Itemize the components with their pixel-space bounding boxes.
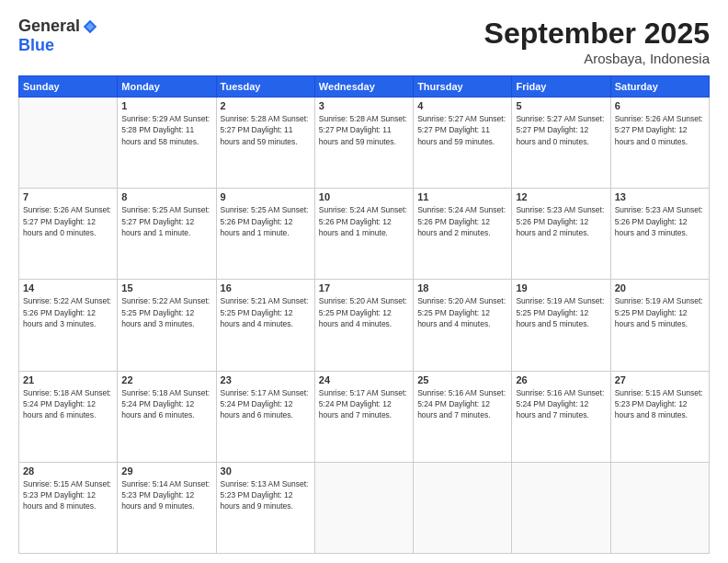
day-cell: 29Sunrise: 5:14 AM Sunset: 5:23 PM Dayli… <box>118 462 216 553</box>
day-info: Sunrise: 5:27 AM Sunset: 5:27 PM Dayligh… <box>516 113 606 147</box>
day-info: Sunrise: 5:18 AM Sunset: 5:24 PM Dayligh… <box>121 387 211 421</box>
day-number: 25 <box>417 374 507 385</box>
day-info: Sunrise: 5:16 AM Sunset: 5:24 PM Dayligh… <box>516 387 606 421</box>
day-number: 17 <box>319 282 409 293</box>
day-number: 7 <box>23 191 113 202</box>
day-cell: 2Sunrise: 5:28 AM Sunset: 5:27 PM Daylig… <box>216 98 314 189</box>
day-info: Sunrise: 5:24 AM Sunset: 5:26 PM Dayligh… <box>417 204 507 238</box>
day-info: Sunrise: 5:25 AM Sunset: 5:27 PM Dayligh… <box>121 204 211 238</box>
day-cell: 26Sunrise: 5:16 AM Sunset: 5:24 PM Dayli… <box>512 371 610 462</box>
day-number: 2 <box>221 100 311 111</box>
day-cell: 8Sunrise: 5:25 AM Sunset: 5:27 PM Daylig… <box>118 189 216 280</box>
day-cell <box>512 462 610 553</box>
day-info: Sunrise: 5:27 AM Sunset: 5:27 PM Dayligh… <box>417 113 507 147</box>
day-cell: 4Sunrise: 5:27 AM Sunset: 5:27 PM Daylig… <box>414 98 512 189</box>
day-info: Sunrise: 5:19 AM Sunset: 5:25 PM Dayligh… <box>615 295 705 329</box>
day-number: 21 <box>23 374 113 385</box>
day-number: 13 <box>615 191 705 202</box>
day-number: 11 <box>417 191 507 202</box>
day-info: Sunrise: 5:23 AM Sunset: 5:26 PM Dayligh… <box>516 204 606 238</box>
day-cell: 13Sunrise: 5:23 AM Sunset: 5:26 PM Dayli… <box>610 189 709 280</box>
logo-icon <box>82 18 98 35</box>
header-wednesday: Wednesday <box>314 76 413 98</box>
week-row-4: 21Sunrise: 5:18 AM Sunset: 5:24 PM Dayli… <box>19 371 710 462</box>
day-cell: 16Sunrise: 5:21 AM Sunset: 5:25 PM Dayli… <box>216 280 314 371</box>
day-cell: 28Sunrise: 5:15 AM Sunset: 5:23 PM Dayli… <box>19 462 118 553</box>
day-info: Sunrise: 5:21 AM Sunset: 5:25 PM Dayligh… <box>221 295 311 329</box>
day-number: 26 <box>516 374 606 385</box>
day-number: 4 <box>417 100 507 111</box>
logo-blue: Blue <box>18 36 54 55</box>
day-number: 19 <box>516 282 606 293</box>
day-cell: 3Sunrise: 5:28 AM Sunset: 5:27 PM Daylig… <box>314 98 413 189</box>
day-info: Sunrise: 5:20 AM Sunset: 5:25 PM Dayligh… <box>417 295 507 329</box>
day-number: 5 <box>516 100 606 111</box>
week-row-3: 14Sunrise: 5:22 AM Sunset: 5:26 PM Dayli… <box>19 280 710 371</box>
day-number: 23 <box>221 374 311 385</box>
logo: General Blue <box>18 17 98 55</box>
day-info: Sunrise: 5:26 AM Sunset: 5:27 PM Dayligh… <box>615 113 705 147</box>
day-info: Sunrise: 5:16 AM Sunset: 5:24 PM Dayligh… <box>417 387 507 421</box>
day-info: Sunrise: 5:28 AM Sunset: 5:27 PM Dayligh… <box>319 113 409 147</box>
day-cell: 24Sunrise: 5:17 AM Sunset: 5:24 PM Dayli… <box>314 371 413 462</box>
day-number: 10 <box>319 191 409 202</box>
title-block: September 2025 Arosbaya, Indonesia <box>484 17 710 66</box>
week-row-5: 28Sunrise: 5:15 AM Sunset: 5:23 PM Dayli… <box>19 462 710 553</box>
header-thursday: Thursday <box>414 76 512 98</box>
day-cell: 23Sunrise: 5:17 AM Sunset: 5:24 PM Dayli… <box>216 371 314 462</box>
day-cell: 14Sunrise: 5:22 AM Sunset: 5:26 PM Dayli… <box>19 280 118 371</box>
day-number: 9 <box>221 191 311 202</box>
day-info: Sunrise: 5:14 AM Sunset: 5:23 PM Dayligh… <box>121 478 211 512</box>
day-number: 6 <box>615 100 705 111</box>
day-cell: 17Sunrise: 5:20 AM Sunset: 5:25 PM Dayli… <box>314 280 413 371</box>
day-number: 18 <box>417 282 507 293</box>
calendar: Sunday Monday Tuesday Wednesday Thursday… <box>18 75 710 554</box>
day-info: Sunrise: 5:19 AM Sunset: 5:25 PM Dayligh… <box>516 295 606 329</box>
day-number: 29 <box>121 465 211 477</box>
page: General Blue September 2025 Arosbaya, In… <box>0 0 728 563</box>
day-cell: 6Sunrise: 5:26 AM Sunset: 5:27 PM Daylig… <box>610 98 709 189</box>
header-monday: Monday <box>118 76 216 98</box>
day-info: Sunrise: 5:15 AM Sunset: 5:23 PM Dayligh… <box>23 478 113 512</box>
day-number: 24 <box>319 374 409 385</box>
day-number: 27 <box>615 374 705 385</box>
day-info: Sunrise: 5:23 AM Sunset: 5:26 PM Dayligh… <box>615 204 705 238</box>
day-cell: 19Sunrise: 5:19 AM Sunset: 5:25 PM Dayli… <box>512 280 610 371</box>
day-number: 28 <box>23 465 113 477</box>
day-number: 3 <box>319 100 409 111</box>
day-info: Sunrise: 5:26 AM Sunset: 5:27 PM Dayligh… <box>23 204 113 238</box>
day-cell: 22Sunrise: 5:18 AM Sunset: 5:24 PM Dayli… <box>118 371 216 462</box>
day-cell: 9Sunrise: 5:25 AM Sunset: 5:26 PM Daylig… <box>216 189 314 280</box>
day-info: Sunrise: 5:17 AM Sunset: 5:24 PM Dayligh… <box>319 387 409 421</box>
day-cell: 30Sunrise: 5:13 AM Sunset: 5:23 PM Dayli… <box>216 462 314 553</box>
day-info: Sunrise: 5:24 AM Sunset: 5:26 PM Dayligh… <box>319 204 409 238</box>
day-number: 22 <box>121 374 211 385</box>
day-number: 12 <box>516 191 606 202</box>
day-number: 8 <box>121 191 211 202</box>
header-saturday: Saturday <box>610 76 709 98</box>
location: Arosbaya, Indonesia <box>484 51 710 66</box>
header-tuesday: Tuesday <box>216 76 314 98</box>
day-info: Sunrise: 5:13 AM Sunset: 5:23 PM Dayligh… <box>221 478 311 512</box>
weekday-header-row: Sunday Monday Tuesday Wednesday Thursday… <box>19 76 710 98</box>
calendar-body: 1Sunrise: 5:29 AM Sunset: 5:28 PM Daylig… <box>19 98 710 554</box>
day-info: Sunrise: 5:25 AM Sunset: 5:26 PM Dayligh… <box>221 204 311 238</box>
day-cell: 21Sunrise: 5:18 AM Sunset: 5:24 PM Dayli… <box>19 371 118 462</box>
day-cell <box>414 462 512 553</box>
day-number: 1 <box>121 100 211 111</box>
day-cell: 25Sunrise: 5:16 AM Sunset: 5:24 PM Dayli… <box>414 371 512 462</box>
day-info: Sunrise: 5:22 AM Sunset: 5:26 PM Dayligh… <box>23 295 113 329</box>
day-cell: 10Sunrise: 5:24 AM Sunset: 5:26 PM Dayli… <box>314 189 413 280</box>
header-sunday: Sunday <box>19 76 118 98</box>
day-info: Sunrise: 5:20 AM Sunset: 5:25 PM Dayligh… <box>319 295 409 329</box>
day-number: 16 <box>221 282 311 293</box>
day-cell <box>314 462 413 553</box>
day-info: Sunrise: 5:15 AM Sunset: 5:23 PM Dayligh… <box>615 387 705 421</box>
month-title: September 2025 <box>484 17 710 51</box>
day-info: Sunrise: 5:17 AM Sunset: 5:24 PM Dayligh… <box>221 387 311 421</box>
header: General Blue September 2025 Arosbaya, In… <box>18 17 710 66</box>
day-number: 14 <box>23 282 113 293</box>
day-number: 15 <box>121 282 211 293</box>
day-cell: 11Sunrise: 5:24 AM Sunset: 5:26 PM Dayli… <box>414 189 512 280</box>
header-friday: Friday <box>512 76 610 98</box>
